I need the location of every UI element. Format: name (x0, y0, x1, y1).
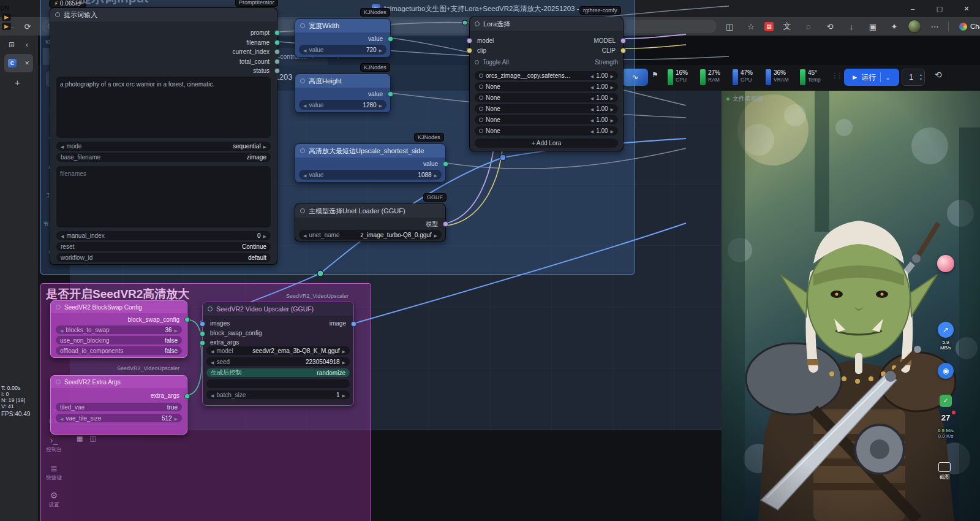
output-dot[interactable] (274, 40, 280, 45)
more-menu-icon[interactable]: ⋯ (927, 22, 943, 31)
toggle-all-label[interactable]: Toggle All (483, 59, 509, 66)
increment-icon[interactable] (611, 83, 614, 90)
input-dot[interactable] (200, 331, 205, 337)
output-dot[interactable] (620, 38, 626, 44)
web-capture-icon[interactable]: ▣ (865, 22, 881, 31)
safe-badge[interactable]: ✓ (940, 395, 952, 407)
chat-button[interactable]: Chat (954, 23, 980, 31)
output-dot[interactable] (388, 91, 393, 97)
increment-icon[interactable] (611, 72, 614, 79)
increment-icon[interactable] (342, 392, 345, 398)
profile-avatar[interactable] (908, 20, 921, 33)
extensions-icon[interactable]: ✦ (886, 22, 902, 31)
close-button[interactable]: ✕ (953, 0, 980, 17)
node-lora-loader[interactable]: Lora选择 model clip MODEL CLIP Toggle All … (469, 17, 624, 151)
increment-icon[interactable] (611, 105, 614, 112)
node-prompt-iterator[interactable]: 提示词输入 prompt filename current_index tota… (50, 7, 277, 265)
filenames-textarea[interactable]: filenames (56, 166, 271, 227)
collapse-dot-icon[interactable] (56, 305, 61, 310)
bookmark-icon[interactable]: ⚑ (652, 70, 658, 79)
run-button[interactable]: ▶ 运行 ⌄ (844, 69, 899, 86)
output-slot[interactable]: prompt (251, 29, 270, 37)
history-icon[interactable]: ⟲ (822, 22, 838, 31)
decrement-icon[interactable] (590, 83, 594, 90)
node-unet-loader[interactable]: 主模型选择Unet Loader (GGUF) 模型 unet_namez_im… (295, 203, 446, 241)
output-slot[interactable]: value (368, 35, 383, 43)
assistant-float-avatar[interactable] (937, 255, 954, 272)
decrement-icon[interactable] (590, 72, 594, 79)
collapse-dot-icon[interactable] (300, 23, 305, 28)
panel-toggle-arrow-icon[interactable]: ▶ (2, 23, 11, 30)
increment-icon[interactable] (611, 127, 614, 134)
output-dot[interactable] (184, 394, 190, 399)
input-dot[interactable] (200, 321, 205, 327)
lora-toggle-icon[interactable] (479, 85, 483, 89)
model-widget[interactable]: modelseedvr2_ema_3b-Q8_K_M.gguf (206, 346, 350, 355)
output-dot[interactable] (443, 221, 448, 227)
output-dot[interactable] (184, 317, 190, 322)
stepper-down-icon[interactable]: ▾ (920, 77, 922, 82)
lora-row[interactable]: None1.00 (475, 115, 618, 124)
output-slot[interactable]: image (330, 319, 346, 327)
input-slot[interactable]: clip (477, 47, 486, 55)
prompt-textarea[interactable]: a photography of a orcx orc warrior in a… (56, 77, 271, 138)
stepper-up-icon[interactable]: ▴ (920, 73, 922, 77)
input-dot[interactable] (200, 340, 205, 346)
input-slot[interactable]: block_swap_config (210, 329, 262, 337)
reload-page-icon[interactable]: ⟳ (20, 22, 36, 31)
output-slot[interactable]: extra_args (151, 392, 179, 400)
output-slot[interactable]: value (423, 160, 438, 168)
collapse-dot-icon[interactable] (300, 208, 305, 213)
decrement-icon[interactable] (61, 143, 64, 150)
node-height[interactable]: 高度Height value value1280 (295, 74, 391, 113)
decrement-icon[interactable] (303, 232, 306, 238)
node-blockswap-config[interactable]: SeedVR2 BlockSwap Config block_swap_conf… (50, 300, 187, 358)
output-slot[interactable]: filename (246, 39, 270, 47)
tiled-vae-widget[interactable]: tiled_vaetrue (56, 403, 182, 411)
increment-icon[interactable] (611, 116, 614, 123)
node-upscale-shortest-side[interactable]: 高清放大最短边Upscale_shortest_side value value… (295, 143, 446, 183)
output-slot[interactable]: current_index (232, 48, 270, 56)
output-dot[interactable] (274, 59, 280, 64)
use-non-blocking-widget[interactable]: use_non_blockingfalse (56, 336, 182, 344)
increment-icon[interactable] (379, 102, 382, 108)
drag-handle-icon[interactable]: ⋮⋮ (832, 72, 842, 79)
offload-io-widget[interactable]: offload_io_componentsfalse (56, 346, 182, 355)
output-dot[interactable] (443, 161, 448, 167)
output-slot[interactable]: block_swap_config (128, 316, 180, 324)
passwords-icon[interactable]: ◌ (801, 22, 816, 31)
image-preview-panel[interactable]: 文件名前缀 ↗ 5.9MB/s ◉ ✓ 27 6.9 M/s 0.0 K/s 截… (722, 91, 980, 521)
new-tab-icon[interactable]: + (15, 77, 20, 88)
node-width[interactable]: 宽度Width value value720 (295, 18, 391, 58)
decrement-icon[interactable] (590, 105, 594, 112)
input-dot[interactable] (467, 48, 472, 53)
lora-row[interactable]: None1.00 (475, 93, 618, 102)
collapse-dot-icon[interactable] (300, 78, 305, 83)
lora-toggle-icon[interactable] (479, 107, 483, 111)
widget-row-empty[interactable] (206, 379, 350, 388)
value-widget[interactable]: value1280 (299, 100, 386, 110)
screenshot-tool[interactable]: 截图 (938, 462, 951, 481)
lora-toggle-icon[interactable] (479, 118, 483, 122)
increment-icon[interactable] (342, 348, 345, 354)
active-browser-tab[interactable]: C ✕ (4, 54, 33, 72)
node-extra-args[interactable]: SeedVR2 Extra Args extra_args tiled_vaet… (50, 375, 187, 430)
manual-index-widget[interactable]: manual_index0 (56, 231, 271, 240)
value-widget[interactable]: value1088 (299, 170, 442, 180)
base-filename-widget[interactable]: base_filenamezimage (56, 153, 271, 162)
seed-widget[interactable]: seed2230504918 (206, 357, 350, 366)
input-slot[interactable]: extra_args (210, 338, 239, 346)
lora-row[interactable]: None1.00 (475, 82, 618, 91)
increment-icon[interactable] (434, 172, 437, 178)
lora-toggle-icon[interactable] (479, 96, 483, 100)
minimize-button[interactable]: – (899, 0, 926, 17)
increment-icon[interactable] (263, 143, 266, 150)
workflow-id-widget[interactable]: workflow_iddefault (56, 253, 271, 262)
decrement-icon[interactable] (211, 392, 214, 398)
decrement-icon[interactable] (61, 232, 64, 239)
increment-icon[interactable] (611, 94, 614, 101)
node-header[interactable]: 提示词输入 (50, 8, 277, 21)
toggle-all-ring-icon[interactable] (475, 60, 479, 64)
monitor-float-button[interactable]: ◉ (938, 363, 954, 379)
node-seedvr2-upscaler[interactable]: SeedVR2 Video Upscaler (GGUF) images blo… (202, 302, 354, 406)
